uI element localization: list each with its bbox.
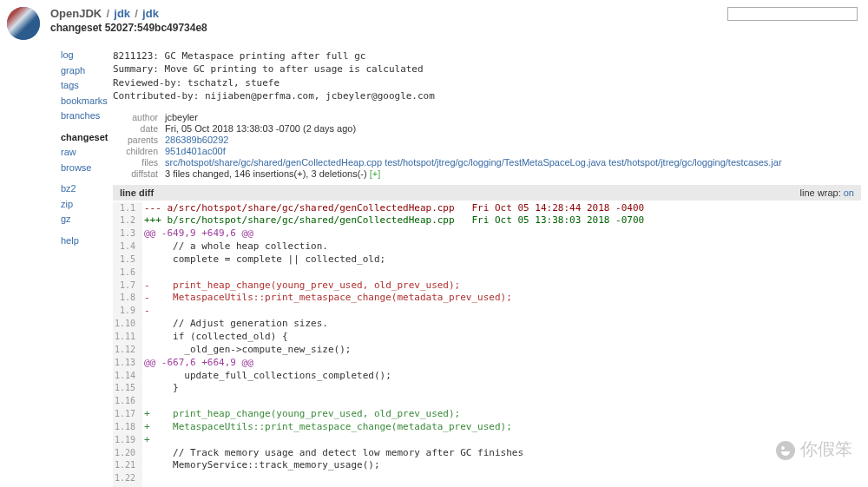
diff-line: _old_gen->compute_new_size(); [142, 344, 861, 357]
nav-log[interactable]: log [61, 48, 113, 63]
line-wrap-label: line wrap: [800, 188, 841, 198]
diff-line: @@ -667,6 +664,9 @@ [142, 357, 861, 370]
diff-lineno[interactable]: 1.15 [113, 382, 142, 395]
diff-view: 1.1--- a/src/hotspot/share/gc/shared/gen… [113, 202, 861, 487]
file-link[interactable]: test/hotspot/jtreg/gc/logging/testcases.… [608, 157, 781, 168]
meta-date: Fri, 05 Oct 2018 13:38:03 -0700 (2 days … [165, 123, 782, 135]
diff-line: @@ -649,9 +649,6 @@ [142, 227, 861, 240]
changeset-id: changeset 52027:549bc49734e8 [50, 22, 207, 34]
repo-link[interactable]: jdk [114, 7, 130, 20]
diff-line: + MetaspaceUtils::print_metaspace_change… [142, 421, 861, 434]
meta-children-label: children [113, 146, 165, 157]
diff-lineno[interactable]: 1.17 [113, 408, 142, 421]
diff-header-bar: line diff line wrap: on [113, 185, 861, 201]
diff-lineno[interactable]: 1.2 [113, 214, 142, 227]
line-wrap-toggle[interactable]: on [844, 188, 854, 198]
meta-diffstat-label: diffstat [113, 168, 165, 180]
diff-lineno[interactable]: 1.3 [113, 227, 142, 240]
diff-line: // Adjust generation sizes. [142, 318, 861, 331]
subrepo-link[interactable]: jdk [142, 7, 159, 20]
meta-author: jcbeyler [165, 112, 782, 123]
diff-lineno[interactable]: 1.20 [113, 447, 142, 460]
breadcrumb: OpenJDK / jdk / jdk [50, 7, 207, 20]
diff-lineno[interactable]: 1.7 [113, 280, 142, 293]
diff-line: +++ b/src/hotspot/share/gc/shared/genCol… [142, 214, 861, 227]
sidebar-nav: loggraphtagsbookmarksbrancheschangesetra… [61, 43, 113, 487]
child-link[interactable]: 951d401ac00f [165, 146, 226, 156]
diff-line: - MetaspaceUtils::print_metaspace_change… [142, 292, 861, 305]
nav-bookmarks[interactable]: bookmarks [61, 94, 113, 109]
project-logo [7, 7, 40, 40]
nav-raw[interactable]: raw [61, 145, 113, 160]
diff-lineno[interactable]: 1.12 [113, 344, 142, 357]
diff-line: + print_heap_change(young_prev_used, old… [142, 408, 861, 421]
diff-line [142, 472, 861, 485]
meta-date-label: date [113, 123, 165, 135]
diff-lineno[interactable]: 1.13 [113, 357, 142, 370]
diff-lineno[interactable]: 1.8 [113, 292, 142, 305]
diffstat-text: 3 files changed, 146 insertions(+), 3 de… [165, 168, 370, 179]
diff-line: complete = complete || collected_old; [142, 253, 861, 267]
diff-line [142, 395, 861, 408]
commit-message: 8211123: GC Metaspace printing after ful… [113, 49, 861, 103]
diff-line [142, 267, 861, 280]
nav-changeset[interactable]: changeset [61, 130, 113, 145]
file-link[interactable]: test/hotspot/jtreg/gc/logging/TestMetaSp… [385, 157, 606, 168]
diff-lineno[interactable]: 1.10 [113, 318, 142, 331]
diff-line: update_full_collections_completed(); [142, 370, 861, 383]
diff-lineno[interactable]: 1.11 [113, 331, 142, 344]
search-input[interactable] [727, 7, 858, 21]
diff-line: - print_heap_change(young_prev_used, old… [142, 280, 861, 293]
meta-author-label: author [113, 112, 165, 123]
diff-line: + [142, 434, 861, 447]
parent-link[interactable]: 286389b60292 [165, 135, 228, 145]
diff-line: MemoryService::track_memory_usage(); [142, 459, 861, 472]
diff-lineno[interactable]: 1.18 [113, 421, 142, 434]
nav-tags[interactable]: tags [61, 78, 113, 93]
diff-lineno[interactable]: 1.5 [113, 253, 142, 267]
diff-lineno[interactable]: 1.21 [113, 459, 142, 472]
diffstat-expand-link[interactable]: [+] [370, 168, 381, 179]
diff-line: // a whole heap collection. [142, 240, 861, 253]
nav-bz2[interactable]: bz2 [61, 181, 113, 196]
diff-lineno[interactable]: 1.16 [113, 395, 142, 408]
diff-lineno[interactable]: 1.1 [113, 202, 142, 215]
diff-lineno[interactable]: 1.6 [113, 267, 142, 280]
diff-line: - [142, 305, 861, 318]
diff-lineno[interactable]: 1.4 [113, 240, 142, 253]
nav-gz[interactable]: gz [61, 212, 113, 227]
nav-zip[interactable]: zip [61, 197, 113, 212]
project-name: OpenJDK [50, 7, 102, 20]
nav-help[interactable]: help [61, 234, 113, 248]
changeset-metadata: author jcbeyler date Fri, 05 Oct 2018 13… [113, 112, 782, 180]
diff-lineno[interactable]: 1.19 [113, 434, 142, 447]
meta-files-label: files [113, 157, 165, 168]
diff-lineno[interactable]: 1.22 [113, 472, 142, 485]
diff-header-left: line diff [120, 188, 154, 198]
file-link[interactable]: src/hotspot/share/gc/shared/genCollected… [165, 157, 382, 168]
diff-line: // Track memory usage and detect low mem… [142, 447, 861, 460]
diff-line: } [142, 382, 861, 395]
diff-line: if (collected_old) { [142, 331, 861, 344]
diff-lineno[interactable]: 1.14 [113, 370, 142, 383]
nav-browse[interactable]: browse [61, 161, 113, 175]
diff-line: --- a/src/hotspot/share/gc/shared/genCol… [142, 202, 861, 215]
nav-branches[interactable]: branches [61, 109, 113, 123]
meta-parents-label: parents [113, 135, 165, 146]
diff-lineno[interactable]: 1.9 [113, 305, 142, 318]
nav-graph[interactable]: graph [61, 63, 113, 78]
